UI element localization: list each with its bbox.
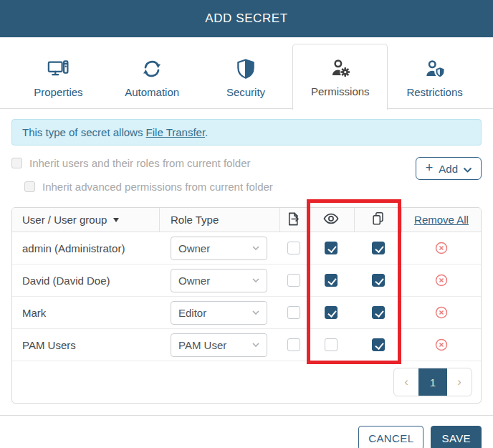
table-row: David (David Doe) Owner bbox=[12, 264, 481, 297]
role-select[interactable]: Editor bbox=[171, 301, 267, 325]
copy-checkbox[interactable] bbox=[372, 242, 385, 254]
tab-restrictions[interactable]: Restrictions bbox=[388, 48, 482, 108]
table-row: admin (Administrator) Owner bbox=[12, 232, 481, 264]
tab-bar: Properties Automation Security bbox=[0, 37, 493, 109]
banner-text: This type of secret allows bbox=[22, 126, 146, 138]
remove-row-button[interactable] bbox=[434, 240, 449, 256]
eye-icon bbox=[322, 210, 340, 229]
table-footer: ‹ 1 › bbox=[12, 361, 481, 403]
pagination-current-page[interactable]: 1 bbox=[418, 368, 447, 396]
inherit-users-roles-label: Inherit users and their roles from curre… bbox=[29, 157, 250, 169]
file-transfer-checkbox[interactable] bbox=[287, 242, 300, 254]
desktop-icon bbox=[47, 58, 69, 80]
role-select[interactable]: PAM User bbox=[171, 333, 267, 357]
role-cell: Editor bbox=[160, 301, 280, 325]
chevron-down-icon bbox=[252, 278, 259, 282]
user-cell: PAM Users bbox=[12, 339, 160, 351]
column-header-role: Role Type bbox=[160, 208, 280, 232]
permissions-table: User / User group Role Type bbox=[11, 207, 482, 404]
tab-properties[interactable]: Properties bbox=[11, 48, 105, 108]
column-header-file-transfer bbox=[280, 208, 307, 232]
remove-row-button[interactable] bbox=[434, 272, 449, 288]
dialog-title: ADD SECRET bbox=[205, 11, 288, 26]
column-header-role-label: Role Type bbox=[171, 214, 219, 226]
inherit-section: Inherit users and their roles from curre… bbox=[0, 146, 493, 193]
view-checkbox[interactable] bbox=[325, 242, 338, 254]
shield-icon bbox=[235, 58, 257, 80]
table-header-row: User / User group Role Type bbox=[12, 208, 481, 232]
chevron-down-icon bbox=[252, 343, 259, 347]
view-checkbox[interactable] bbox=[325, 306, 338, 319]
sync-icon bbox=[141, 58, 163, 80]
tab-permissions[interactable]: Permissions bbox=[292, 44, 388, 110]
banner-suffix: . bbox=[205, 126, 208, 138]
column-header-remove-all: Remove All bbox=[402, 208, 481, 232]
remove-circle-icon bbox=[434, 337, 449, 353]
view-checkbox[interactable] bbox=[325, 274, 338, 287]
column-header-copy bbox=[355, 208, 402, 232]
pagination: ‹ 1 › bbox=[393, 368, 472, 396]
file-transfer-checkbox[interactable] bbox=[287, 338, 300, 351]
inherit-users-roles-checkbox[interactable] bbox=[11, 158, 22, 168]
user-gear-icon bbox=[330, 57, 351, 79]
file-transfer-icon bbox=[285, 211, 302, 229]
inherit-advanced-option: Inherit advanced permissions from curren… bbox=[24, 181, 273, 193]
tab-security[interactable]: Security bbox=[199, 48, 293, 108]
inherit-options: Inherit users and their roles from curre… bbox=[11, 157, 273, 193]
tab-automation[interactable]: Automation bbox=[105, 48, 199, 108]
dialog-footer: CANCEL SAVE bbox=[0, 416, 493, 448]
copy-checkbox[interactable] bbox=[372, 306, 385, 319]
user-cell: admin (Administrator) bbox=[12, 242, 160, 254]
cancel-button[interactable]: CANCEL bbox=[358, 426, 423, 448]
tab-label: Properties bbox=[34, 86, 82, 98]
tab-label: Automation bbox=[125, 86, 179, 98]
role-select-value: PAM User bbox=[178, 339, 226, 351]
file-transfer-checkbox[interactable] bbox=[287, 306, 300, 319]
save-button[interactable]: SAVE bbox=[431, 426, 482, 448]
table-row: PAM Users PAM User bbox=[12, 329, 481, 361]
user-cell: Mark bbox=[12, 307, 160, 319]
role-select[interactable]: Owner bbox=[171, 237, 267, 260]
table-row: Mark Editor bbox=[12, 297, 481, 329]
tab-label: Security bbox=[226, 86, 265, 98]
info-banner: This type of secret allows File Transfer… bbox=[11, 119, 482, 146]
role-select-value: Owner bbox=[178, 275, 210, 287]
user-shield-icon bbox=[424, 58, 446, 80]
remove-circle-icon bbox=[434, 240, 449, 256]
chevron-down-icon bbox=[464, 163, 472, 175]
pagination-prev-button[interactable]: ‹ bbox=[394, 368, 418, 396]
remove-row-button[interactable] bbox=[434, 337, 449, 353]
tab-label: Permissions bbox=[311, 85, 370, 97]
plus-icon: + bbox=[426, 161, 434, 174]
inherit-advanced-checkbox[interactable] bbox=[24, 181, 35, 192]
add-button[interactable]: + Add bbox=[416, 157, 482, 180]
remove-circle-icon bbox=[434, 305, 449, 320]
inherit-users-roles-option: Inherit users and their roles from curre… bbox=[11, 157, 273, 169]
pagination-next-button[interactable]: › bbox=[447, 368, 472, 396]
column-header-view bbox=[307, 208, 355, 232]
add-button-label: Add bbox=[439, 163, 458, 175]
chevron-down-icon bbox=[252, 310, 259, 315]
inherit-advanced-label: Inherit advanced permissions from curren… bbox=[42, 181, 273, 193]
chevron-down-icon bbox=[252, 246, 259, 250]
column-header-user[interactable]: User / User group bbox=[12, 208, 160, 232]
user-cell: David (David Doe) bbox=[12, 275, 160, 287]
file-transfer-checkbox[interactable] bbox=[287, 274, 300, 287]
role-select[interactable]: Owner bbox=[171, 269, 267, 292]
remove-row-button[interactable] bbox=[434, 305, 449, 320]
remove-all-link[interactable]: Remove All bbox=[414, 214, 469, 226]
role-cell: Owner bbox=[160, 269, 280, 292]
copy-icon bbox=[370, 211, 386, 229]
view-checkbox[interactable] bbox=[325, 338, 338, 351]
copy-checkbox[interactable] bbox=[372, 338, 385, 351]
role-select-value: Owner bbox=[178, 242, 210, 254]
column-header-user-label: User / User group bbox=[22, 214, 107, 226]
dialog-header: ADD SECRET bbox=[0, 0, 493, 37]
file-transfer-link[interactable]: File Transfer bbox=[146, 126, 206, 138]
copy-checkbox[interactable] bbox=[372, 274, 385, 287]
remove-circle-icon bbox=[434, 272, 449, 288]
tab-label: Restrictions bbox=[406, 86, 462, 98]
caret-down-icon bbox=[113, 218, 119, 222]
role-cell: Owner bbox=[160, 237, 280, 260]
role-cell: PAM User bbox=[160, 333, 280, 357]
